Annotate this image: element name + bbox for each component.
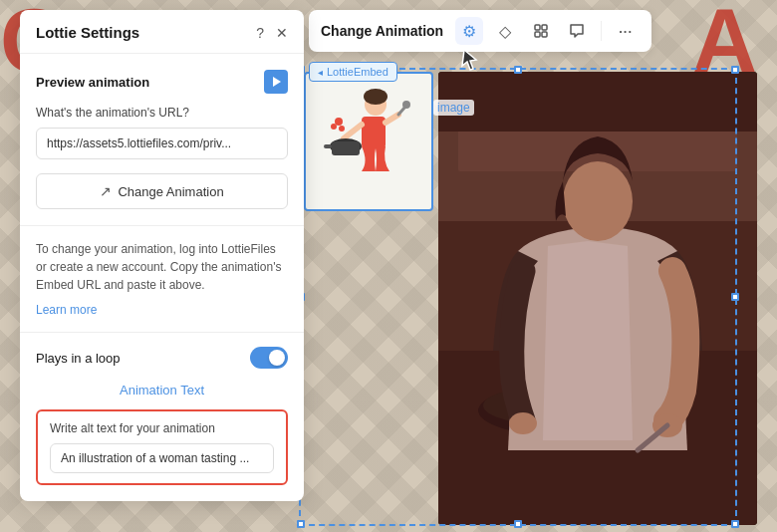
comment-icon	[569, 23, 585, 39]
svg-rect-26	[542, 25, 547, 30]
panel-body: Preview animation What's the animation's…	[20, 54, 304, 501]
svg-point-12	[339, 126, 345, 132]
photo-background	[438, 72, 757, 525]
info-text: To change your animation, log into Lotti…	[36, 240, 288, 294]
diamond-icon-btn[interactable]: ◇	[491, 17, 519, 45]
lottie-animation	[306, 74, 431, 209]
settings-panel: Lottie Settings ? ✕ Preview animation Wh…	[20, 10, 304, 501]
external-link-icon: ↗	[100, 183, 112, 199]
gear-icon-btn[interactable]: ⚙	[455, 17, 483, 45]
svg-rect-8	[332, 141, 360, 155]
svg-point-1	[364, 89, 388, 105]
lottie-preview-canvas[interactable]	[304, 72, 433, 211]
layers-icon	[533, 23, 549, 39]
panel-title: Lottie Settings	[36, 24, 139, 41]
url-input[interactable]	[36, 128, 288, 159]
divider-1	[20, 225, 304, 226]
svg-line-4	[386, 115, 398, 123]
svg-rect-27	[535, 32, 540, 37]
play-icon	[273, 77, 281, 87]
svg-point-11	[331, 124, 337, 130]
lottie-embed-label: LottieEmbed	[327, 66, 388, 78]
svg-rect-2	[362, 117, 386, 148]
layers-icon-btn[interactable]	[527, 17, 555, 45]
cursor-indicator	[460, 48, 480, 77]
chef-photo-svg	[438, 72, 757, 525]
comment-icon-btn[interactable]	[563, 17, 591, 45]
top-toolbar: Change Animation ⚙ ◇ ···	[309, 10, 651, 52]
panel-header-icons: ? ✕	[256, 26, 288, 40]
preview-section-header: Preview animation	[36, 70, 288, 94]
divider-2	[20, 332, 304, 333]
svg-point-6	[402, 101, 410, 109]
lottie-svg	[324, 87, 413, 196]
preview-section-label: Preview animation	[36, 75, 149, 90]
preview-play-button[interactable]	[264, 70, 288, 94]
chef-photo	[438, 72, 757, 525]
animation-text-heading: Animation Text	[36, 383, 288, 398]
svg-rect-28	[542, 32, 547, 37]
svg-rect-25	[535, 25, 540, 30]
help-icon-btn[interactable]: ?	[256, 26, 264, 40]
lottie-embed-tag[interactable]: LottieEmbed	[309, 62, 397, 82]
svg-rect-24	[438, 72, 757, 525]
close-icon-btn[interactable]: ✕	[276, 26, 288, 40]
url-label: What's the animation's URL?	[36, 106, 288, 120]
diamond-icon: ◇	[499, 22, 511, 41]
loop-toggle-row: Plays in a loop	[36, 347, 288, 369]
alt-text-label: Write alt text for your animation	[50, 421, 274, 435]
toggle-knob	[269, 350, 285, 366]
change-animation-label: Change Animation	[118, 184, 223, 199]
alt-text-section: Write alt text for your animation	[36, 409, 288, 485]
more-options-btn[interactable]: ···	[612, 17, 640, 45]
toolbar-divider	[601, 21, 602, 41]
learn-more-link[interactable]: Learn more	[36, 303, 97, 317]
toolbar-title: Change Animation	[321, 23, 443, 39]
svg-line-3	[344, 125, 362, 138]
image-label: image	[433, 100, 474, 116]
more-icon: ···	[619, 24, 633, 39]
gear-icon: ⚙	[462, 22, 476, 41]
svg-point-10	[335, 118, 343, 126]
alt-text-input[interactable]	[50, 443, 274, 473]
loop-toggle[interactable]	[250, 347, 288, 369]
panel-header: Lottie Settings ? ✕	[20, 10, 304, 54]
loop-label: Plays in a loop	[36, 351, 121, 366]
change-animation-button[interactable]: ↗ Change Animation	[36, 173, 288, 209]
